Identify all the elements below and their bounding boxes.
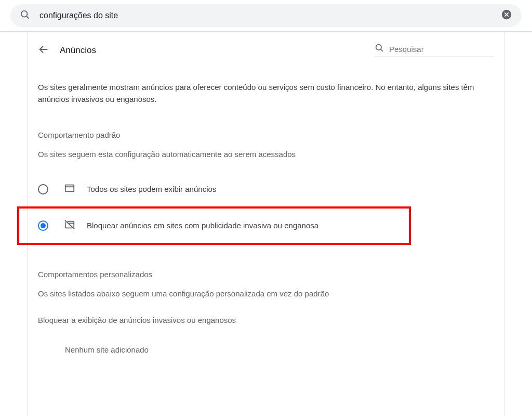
- clear-search-button[interactable]: [501, 9, 512, 22]
- svg-point-6: [376, 45, 382, 50]
- radio-option-block-ads[interactable]: Bloquear anúncios em sites com publicida…: [17, 206, 411, 245]
- web-asset-icon: [64, 183, 75, 196]
- top-search-bar[interactable]: [10, 4, 522, 27]
- radio-inner-dot: [41, 223, 46, 228]
- top-search-container: [0, 0, 532, 32]
- panel-header: Anúncios: [33, 32, 499, 62]
- panel-search-field[interactable]: [375, 43, 494, 57]
- custom-behavior-heading: Comportamentos personalizados: [33, 245, 499, 279]
- empty-list-text: Nenhum site adicionado: [33, 324, 499, 354]
- radio-button[interactable]: [38, 220, 48, 231]
- svg-line-7: [381, 49, 383, 51]
- back-arrow-button[interactable]: [38, 44, 49, 57]
- custom-behavior-sub: Os sites listados abaixo seguem uma conf…: [33, 279, 499, 298]
- svg-rect-8: [65, 185, 74, 191]
- default-behavior-heading: Comportamento padrão: [33, 106, 499, 139]
- panel-description: Os sites geralmente mostram anúncios par…: [33, 62, 499, 106]
- default-behavior-sub: Os sites seguem esta configuração automa…: [33, 139, 499, 159]
- radio-button[interactable]: [38, 184, 48, 194]
- settings-panel: Anúncios Os sites geralmente mostram anú…: [27, 32, 505, 416]
- radio-label: Todos os sites podem exibir anúncios: [87, 185, 216, 193]
- radio-option-allow-ads[interactable]: Todos os sites podem exibir anúncios: [33, 172, 499, 206]
- search-icon: [375, 43, 384, 55]
- svg-line-1: [26, 16, 29, 18]
- top-search-input[interactable]: [39, 11, 501, 20]
- web-asset-off-icon: [64, 219, 75, 232]
- search-icon: [20, 9, 30, 22]
- radio-group: Todos os sites podem exibir anúncios Blo…: [33, 172, 499, 245]
- panel-title: Anúncios: [60, 45, 375, 56]
- svg-point-0: [21, 11, 28, 17]
- panel-search-input[interactable]: [389, 45, 494, 54]
- block-list-label: Bloquear a exibição de anúncios invasivo…: [33, 298, 499, 324]
- radio-label: Bloquear anúncios em sites com publicida…: [87, 221, 318, 230]
